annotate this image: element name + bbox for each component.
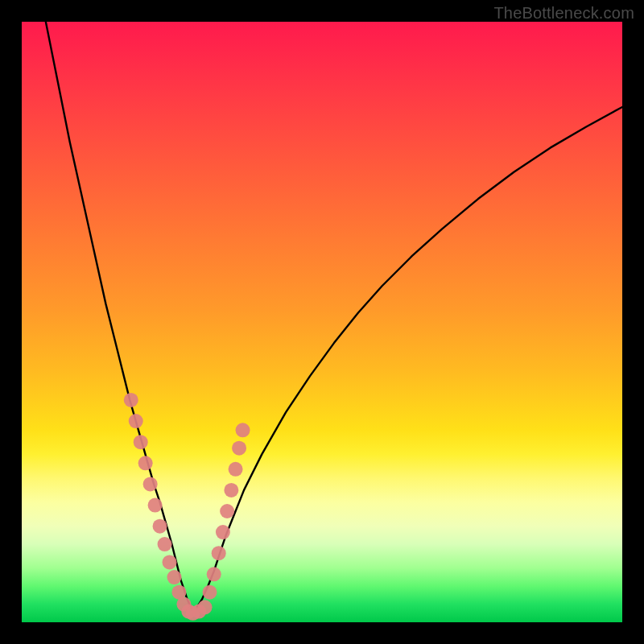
data-marker <box>203 585 217 600</box>
left-curve <box>46 22 193 612</box>
data-marker <box>198 600 213 614</box>
watermark-text: TheBottleneck.com <box>493 4 634 23</box>
chart-svg <box>22 22 622 622</box>
data-marker <box>143 477 158 491</box>
data-marker <box>148 498 163 513</box>
data-marker <box>124 393 138 407</box>
data-marker <box>207 567 221 581</box>
data-marker <box>232 441 246 456</box>
data-marker <box>134 435 148 449</box>
chart-frame <box>22 22 622 622</box>
data-marker <box>129 414 143 428</box>
data-marker <box>138 456 153 470</box>
data-marker <box>163 555 177 569</box>
data-marker <box>220 504 234 518</box>
data-marker <box>216 525 230 539</box>
data-marker <box>229 462 243 477</box>
data-markers <box>124 393 250 621</box>
data-marker <box>167 570 181 584</box>
right-curve <box>193 107 622 612</box>
data-marker <box>224 483 238 497</box>
data-marker <box>158 537 172 551</box>
data-marker <box>212 546 226 560</box>
data-marker <box>236 423 250 437</box>
data-marker <box>153 519 167 534</box>
